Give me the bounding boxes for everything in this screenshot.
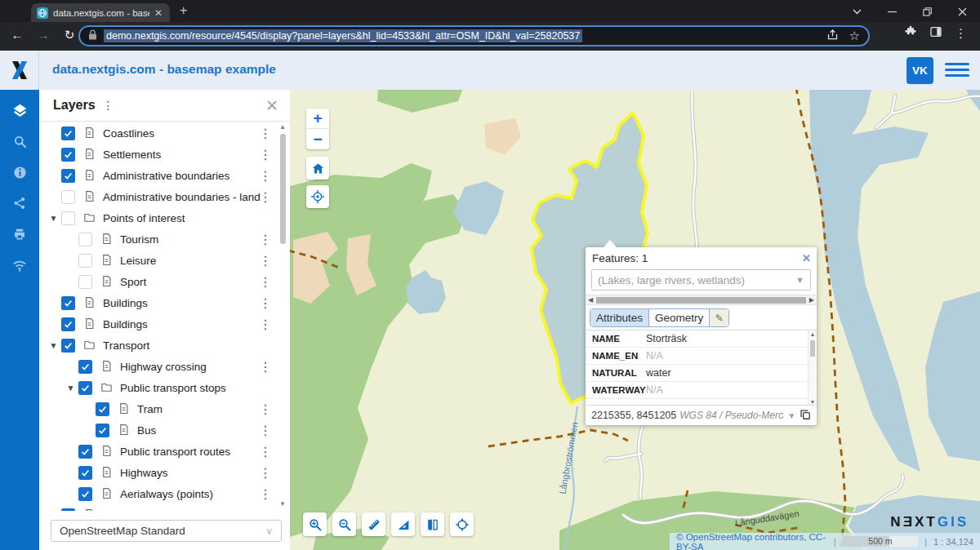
scroll-right-icon[interactable]: ▶ <box>809 296 814 304</box>
layer-row[interactable]: Tram⋮ <box>39 398 280 419</box>
layer-checkbox[interactable] <box>61 211 75 225</box>
layer-checkbox[interactable] <box>78 381 92 395</box>
tab-close-icon[interactable]: ✕ <box>154 8 163 18</box>
scroll-down-icon[interactable]: ▼ <box>278 501 287 508</box>
layer-kebab-icon[interactable]: ⋮ <box>259 168 272 184</box>
layer-row[interactable]: Coastlines⋮ <box>39 122 280 144</box>
search-tool-icon[interactable] <box>0 126 39 157</box>
window-restore-icon[interactable] <box>921 6 933 17</box>
layer-kebab-icon[interactable]: ⋮ <box>259 401 272 417</box>
zoom-in-button[interactable] <box>303 512 327 536</box>
layer-kebab-icon[interactable]: ⋮ <box>259 253 272 268</box>
layer-kebab-icon[interactable]: ⋮ <box>259 359 272 375</box>
viewfinder-button[interactable] <box>450 512 474 536</box>
layer-checkbox[interactable] <box>61 339 75 353</box>
layer-kebab-icon[interactable]: ⋮ <box>259 317 272 332</box>
layers-scrollbar[interactable]: ▲ ▼ <box>278 124 287 508</box>
expand-caret-icon[interactable]: ▼ <box>46 341 61 350</box>
hamburger-menu-icon[interactable] <box>945 63 969 77</box>
map-viewport[interactable]: Långbroströmmen Långuddavägen + − Featur… <box>290 90 980 550</box>
layer-checkbox[interactable] <box>78 233 92 246</box>
layer-checkbox[interactable] <box>78 445 92 459</box>
browser-sidebar-icon[interactable] <box>929 25 942 42</box>
layer-checkbox[interactable] <box>78 360 92 374</box>
layer-checkbox[interactable] <box>61 126 75 140</box>
layer-row[interactable]: Public transport routes⋮ <box>39 441 280 462</box>
layer-row[interactable]: Sport⋮ <box>39 271 280 292</box>
layer-kebab-icon[interactable]: ⋮ <box>259 126 272 141</box>
identify-tool-icon[interactable] <box>0 157 39 188</box>
url-text[interactable]: demo.nextgis.com/resource/4545/display?p… <box>104 29 582 42</box>
copy-icon[interactable] <box>800 409 811 423</box>
layer-group-row[interactable]: ▼Public transport stops <box>39 377 280 398</box>
layer-row[interactable] <box>39 504 280 511</box>
measure-area-button[interactable] <box>391 512 415 536</box>
zoom-out-button[interactable] <box>332 512 356 536</box>
scroll-thumb[interactable] <box>280 134 286 244</box>
home-extent-button[interactable] <box>306 157 329 180</box>
basemap-select[interactable]: OpenStreetMap Standard ∨ <box>51 520 282 542</box>
vscroll-thumb[interactable] <box>810 340 815 357</box>
edit-pencil-icon[interactable]: ✎ <box>709 309 728 326</box>
share-icon[interactable] <box>826 29 839 44</box>
popup-close-icon[interactable]: ✕ <box>802 252 811 264</box>
layer-kebab-icon[interactable]: ⋮ <box>259 444 272 459</box>
layer-kebab-icon[interactable]: ⋮ <box>259 147 272 162</box>
layer-row[interactable]: Administrative boundaries⋮ <box>39 165 280 186</box>
layer-kebab-icon[interactable]: ⋮ <box>259 189 272 205</box>
geolocate-button[interactable] <box>306 185 329 208</box>
layer-row[interactable]: Highway crossing⋮ <box>39 356 280 377</box>
window-minimize-icon[interactable] <box>886 6 898 17</box>
zoom-out-button[interactable]: − <box>306 129 329 149</box>
browser-tab[interactable]: data.nextgis.com - basemap example ✕ <box>31 3 170 22</box>
share-tool-icon[interactable] <box>0 188 39 219</box>
hscroll-thumb[interactable] <box>596 297 806 304</box>
layer-row[interactable]: Aerialways (points)⋮ <box>39 483 280 504</box>
layer-row[interactable]: Leisure⋮ <box>39 250 280 271</box>
popup-header[interactable]: Features: 1 ✕ <box>586 247 817 267</box>
vk-share-button[interactable]: VK <box>906 57 933 84</box>
layer-row[interactable]: Bus⋮ <box>39 419 280 441</box>
layer-row[interactable]: Tourism⋮ <box>39 228 280 250</box>
extensions-puzzle-icon[interactable] <box>904 25 917 42</box>
layer-row[interactable]: Administrative boundaries - land⋮ <box>39 186 280 207</box>
layer-checkbox[interactable] <box>96 402 109 416</box>
layer-kebab-icon[interactable]: ⋮ <box>259 274 272 290</box>
new-tab-button[interactable]: + <box>180 4 187 17</box>
measure-distance-button[interactable] <box>362 512 385 536</box>
layer-checkbox[interactable] <box>78 275 92 289</box>
layer-kebab-icon[interactable]: ⋮ <box>259 295 272 311</box>
srs-label[interactable]: WGS 84 / Pseudo-Mercator (E <box>679 410 784 421</box>
attribute-vscrollbar[interactable]: ▲ ▼ <box>808 330 817 405</box>
layer-checkbox[interactable] <box>61 508 75 512</box>
forward-button[interactable]: → <box>34 28 52 42</box>
layer-checkbox[interactable] <box>61 148 75 162</box>
layer-checkbox[interactable] <box>61 296 75 310</box>
tab-attributes[interactable]: Attributes <box>590 309 649 326</box>
scroll-up-icon[interactable]: ▲ <box>278 124 287 131</box>
layer-checkbox[interactable] <box>96 424 109 437</box>
layers-close-icon[interactable]: ✕ <box>265 98 278 113</box>
layer-kebab-icon[interactable]: ⋮ <box>259 423 272 438</box>
back-button[interactable]: ← <box>8 28 26 42</box>
layer-checkbox[interactable] <box>78 466 92 480</box>
layer-row[interactable]: Buildings⋮ <box>39 313 280 335</box>
layer-checkbox[interactable] <box>61 317 75 331</box>
swipe-button[interactable] <box>421 512 444 536</box>
layers-tool-icon[interactable] <box>0 95 39 126</box>
zoom-in-button[interactable]: + <box>306 109 329 129</box>
feature-hscrollbar[interactable]: ◀ ▶ <box>586 295 817 305</box>
layer-checkbox[interactable] <box>61 190 75 204</box>
webmap-title[interactable]: data.nextgis.com - basemap example <box>52 62 276 77</box>
attribution-link[interactable]: © OpenStreetMap contributors, CC-BY-SA <box>676 532 827 550</box>
layer-group-row[interactable]: ▼Transport <box>39 335 280 356</box>
reload-button[interactable]: ↻ <box>60 28 78 42</box>
url-bar[interactable]: demo.nextgis.com/resource/4545/display?p… <box>78 25 870 47</box>
window-close-icon[interactable] <box>956 6 968 17</box>
tab-geometry[interactable]: Geometry <box>649 309 709 326</box>
layer-row[interactable]: Highways⋮ <box>39 462 280 483</box>
layer-checkbox[interactable] <box>78 487 92 501</box>
layer-group-row[interactable]: ▼Points of interest <box>39 207 280 228</box>
layers-kebab-icon[interactable]: ⋮ <box>103 99 114 112</box>
print-tool-icon[interactable] <box>0 219 39 250</box>
